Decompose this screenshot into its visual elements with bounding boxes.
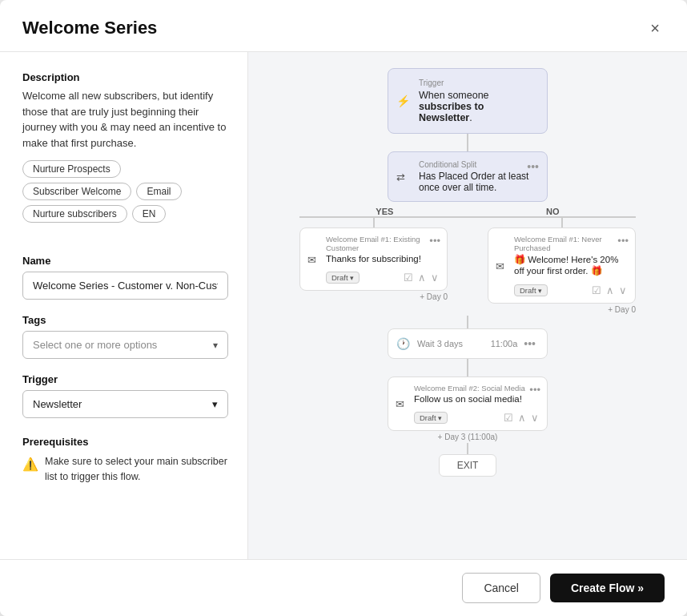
- exit-node: EXIT: [439, 454, 497, 477]
- tags-field-section: Tags Select one or more options ▾: [22, 314, 228, 373]
- prerequisites-label: Prerequisites: [22, 436, 228, 448]
- split-node: ⇄ ••• Conditional Split Has Placed Order…: [388, 151, 548, 202]
- email2-node: ✉ ••• Welcome Email #2: Social Media Fol…: [388, 376, 548, 431]
- split-menu-icon[interactable]: •••: [527, 160, 539, 173]
- prerequisites-text: Make sure to select your main subscriber…: [45, 454, 228, 485]
- email-no-label: Welcome Email #1: Never Purchased: [514, 235, 627, 252]
- chevron-down-icon: ▾: [213, 340, 218, 351]
- description-label: Description: [22, 71, 228, 83]
- email-yes-text: Thanks for subscribing!: [326, 254, 439, 264]
- trigger-node: ⚡ Trigger When someone subscribes to New…: [388, 68, 548, 134]
- email-no-menu-icon[interactable]: •••: [617, 235, 629, 247]
- cancel-button[interactable]: Cancel: [462, 573, 540, 603]
- draft-badge-email2[interactable]: Draft ▾: [414, 412, 448, 424]
- wait-menu-icon[interactable]: •••: [524, 337, 536, 350]
- no-branch: ✉ ••• Welcome Email #1: Never Purchased …: [488, 216, 636, 316]
- email2-actions: ☑ ∧ ∨: [504, 412, 539, 424]
- email-icon: ✉: [307, 253, 316, 265]
- exit-label: EXIT: [457, 460, 479, 471]
- connector-3: [467, 443, 468, 454]
- yes-branch: ✉ ••• Welcome Email #1: Existing Custome…: [299, 216, 448, 303]
- no-node-actions: ☑ ∧ ∨: [592, 284, 627, 296]
- trigger-value: Newsletter: [33, 398, 82, 410]
- day3-label: + Day 3 (11:00a): [438, 433, 498, 441]
- flow-canvas: ⚡ Trigger When someone subscribes to New…: [263, 68, 673, 477]
- prerequisites-section: Prerequisites ⚠️ Make sure to select you…: [22, 436, 228, 485]
- merge-connector: [467, 316, 468, 328]
- yes-node-actions: ☑ ∧ ∨: [404, 272, 439, 284]
- left-panel: Description Welcome all new subscribers,…: [0, 52, 248, 559]
- branch-row: ✉ ••• Welcome Email #1: Existing Custome…: [299, 216, 636, 316]
- chips-row: Nurture Prospects Subscriber Welcome Ema…: [22, 160, 228, 223]
- action-icon-3[interactable]: ∨: [431, 272, 439, 284]
- chip-en: EN: [132, 205, 167, 223]
- day0-no-label: + Day 0: [488, 305, 636, 314]
- trigger-node-label: Trigger: [419, 79, 536, 87]
- wait-text: Wait 3 days: [417, 339, 463, 348]
- close-button[interactable]: ×: [645, 18, 665, 38]
- split-node-label: Conditional Split: [419, 160, 536, 169]
- connector-2: [467, 359, 468, 376]
- action-no-3[interactable]: ∨: [619, 284, 627, 296]
- email2-text: Follow us on social media!: [414, 394, 539, 404]
- chip-subscriber-welcome: Subscriber Welcome: [22, 183, 131, 200]
- clock-icon: 🕐: [396, 337, 410, 350]
- split-icon: ⇄: [396, 171, 405, 183]
- action-icon-1[interactable]: ☑: [404, 272, 413, 284]
- chip-email: Email: [136, 183, 181, 200]
- chip-nurture-prospects: Nurture Prospects: [22, 160, 121, 178]
- name-section: Name: [22, 255, 228, 314]
- split-node-text: Has Placed Order at least once over all …: [419, 171, 536, 193]
- chevron-down-icon: ▾: [212, 398, 218, 410]
- email2-action-1[interactable]: ☑: [504, 412, 513, 424]
- modal: Welcome Series × Description Welcome all…: [0, 0, 687, 616]
- tags-placeholder: Select one or more options: [33, 339, 157, 351]
- action-no-1[interactable]: ☑: [592, 284, 601, 296]
- wait-node: 🕐 Wait 3 days 11:00a •••: [388, 328, 548, 359]
- draft-badge-no[interactable]: Draft ▾: [514, 284, 548, 296]
- description-text: Welcome all new subscribers, but identif…: [22, 88, 228, 151]
- email-no-text: 🎁 Welcome! Here's 20% off your first ord…: [514, 254, 627, 276]
- action-icon-2[interactable]: ∧: [418, 272, 426, 284]
- email2-icon: ✉: [396, 398, 404, 410]
- trigger-select[interactable]: Newsletter ▾: [22, 390, 228, 418]
- tags-label: Tags: [22, 314, 228, 326]
- email-no-icon: ✉: [496, 260, 504, 272]
- yes-no-labels: YES NO: [299, 202, 636, 216]
- trigger-section: Trigger Newsletter ▾: [22, 373, 228, 436]
- name-label: Name: [22, 255, 228, 267]
- tags-select[interactable]: Select one or more options ▾: [22, 331, 228, 359]
- no-label: NO: [546, 207, 560, 216]
- email-yes-node: ✉ ••• Welcome Email #1: Existing Custome…: [299, 227, 448, 291]
- action-no-2[interactable]: ∧: [606, 284, 614, 296]
- modal-header: Welcome Series ×: [0, 0, 687, 52]
- trigger-label: Trigger: [22, 373, 228, 385]
- modal-footer: Cancel Create Flow »: [0, 559, 687, 616]
- email-yes-menu-icon[interactable]: •••: [429, 235, 440, 247]
- create-flow-button[interactable]: Create Flow »: [550, 574, 665, 602]
- email-no-node: ✉ ••• Welcome Email #1: Never Purchased …: [488, 227, 636, 304]
- right-panel: ⚡ Trigger When someone subscribes to New…: [248, 52, 687, 559]
- email2-action-3[interactable]: ∨: [531, 412, 539, 424]
- v-line-no: [561, 216, 563, 227]
- prerequisites-warning: ⚠️ Make sure to select your main subscri…: [22, 454, 228, 485]
- warning-icon: ⚠️: [22, 455, 38, 474]
- lightning-icon: ⚡: [396, 95, 410, 107]
- email2-action-2[interactable]: ∧: [518, 412, 526, 424]
- email-yes-label: Welcome Email #1: Existing Customer: [326, 235, 439, 252]
- modal-title: Welcome Series: [22, 18, 157, 38]
- name-input[interactable]: [22, 272, 228, 300]
- connector-1: [467, 134, 468, 151]
- chip-nurture-subscribers: Nurture subscribers: [22, 205, 127, 223]
- v-line-yes: [373, 216, 375, 227]
- email2-label: Welcome Email #2: Social Media: [414, 384, 539, 393]
- email2-menu-icon[interactable]: •••: [529, 384, 540, 396]
- day0-yes-label: + Day 0: [299, 292, 448, 301]
- trigger-node-text: When someone subscribes to Newsletter.: [419, 90, 536, 123]
- h-line-right: [468, 216, 636, 218]
- draft-badge-yes[interactable]: Draft ▾: [326, 272, 360, 284]
- wait-time-value: 11:00a: [491, 339, 518, 348]
- h-line-left: [299, 216, 468, 218]
- modal-body: Description Welcome all new subscribers,…: [0, 52, 687, 559]
- yes-label: YES: [376, 207, 393, 216]
